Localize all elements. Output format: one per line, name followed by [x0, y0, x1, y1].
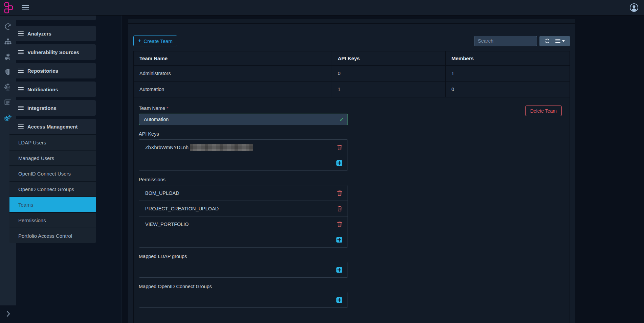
sidebar-item-label: Managed Users: [18, 155, 54, 161]
columns-dropdown-button[interactable]: [555, 38, 565, 44]
list-icon: [18, 31, 24, 36]
mapped-oidc-groups-list: [139, 292, 348, 308]
permission-row: VIEW_PORTFOLIO: [139, 216, 348, 232]
cell-team-name: Automation: [134, 82, 332, 97]
create-team-button[interactable]: + Create Team: [133, 36, 177, 46]
permission-value: PROJECT_CREATION_UPLOAD: [145, 206, 219, 211]
team-name-input[interactable]: [139, 114, 348, 125]
card-top-strip: [128, 19, 575, 24]
app-logo-icon[interactable]: [3, 2, 14, 14]
sidebar-section-notifications[interactable]: Notifications: [9, 82, 96, 97]
cell-members: 0: [445, 82, 570, 97]
sidebar-card-clipped[interactable]: [9, 15, 96, 20]
add-permission-icon[interactable]: [336, 237, 342, 243]
sidebar-item-label: LDAP Users: [18, 140, 46, 145]
team-name-label: Team Name *: [139, 106, 564, 111]
api-key-value: ZbXhrbWmNYDLnh: [145, 145, 188, 150]
list-icon: [18, 69, 24, 73]
user-avatar-icon[interactable]: [629, 3, 639, 12]
permission-row: BOM_UPLOAD: [139, 185, 348, 201]
top-bar: [0, 0, 644, 16]
sidebar-item-openid-connect-groups[interactable]: OpenID Connect Groups: [9, 181, 96, 197]
teams-card: + Create Team: [128, 19, 575, 323]
permission-value: BOM_UPLOAD: [145, 190, 179, 196]
sidebar-section-label: Analyzers: [27, 31, 51, 37]
api-key-row: ZbXhrbWmNYDLnh: [139, 140, 348, 155]
sidebar-section-label: Vulnerability Sources: [27, 49, 79, 55]
sidebar-item-openid-connect-users[interactable]: OpenID Connect Users: [9, 165, 96, 181]
search-input[interactable]: [474, 36, 537, 46]
valid-check-icon: ✓: [339, 116, 344, 123]
list-icon: [18, 50, 24, 54]
sidebar-item-portfolio-access-control[interactable]: Portfolio Access Control: [9, 228, 96, 243]
add-oidc-group-icon[interactable]: [336, 297, 342, 303]
list-icon: [18, 106, 24, 110]
api-keys-list: ZbXhrbWmNYDLnh: [139, 139, 348, 171]
delete-permission-icon[interactable]: [337, 190, 342, 196]
cell-api-keys: 0: [332, 66, 445, 81]
table-row-automation[interactable]: Automation 1 0: [134, 81, 570, 97]
column-header-team-name[interactable]: Team Name: [134, 51, 332, 65]
column-header-members[interactable]: Members: [445, 51, 570, 65]
sidebar-section-repositories[interactable]: Repositories: [9, 63, 96, 78]
sidebar-section-analyzers[interactable]: Analyzers: [9, 26, 96, 41]
table-header-row: Team Name API Keys Members: [134, 51, 570, 65]
delete-permission-icon[interactable]: [337, 221, 342, 227]
caret-down-icon: [562, 40, 565, 42]
teams-table: Team Name API Keys Members Administrator…: [133, 51, 570, 323]
add-ldap-group-icon[interactable]: [336, 267, 342, 273]
sidebar: Analyzers Vulnerability Sources Reposito…: [9, 15, 96, 246]
columns-icon: [555, 39, 560, 43]
cell-members: 1: [445, 66, 570, 81]
delete-permission-icon[interactable]: [337, 206, 342, 211]
sidebar-section-label: Integrations: [27, 105, 57, 111]
table-toolbar: + Create Team: [133, 36, 570, 46]
add-permission-row: [139, 232, 348, 247]
sidebar-item-label: Portfolio Access Control: [18, 233, 72, 239]
main-content: + Create Team: [122, 15, 644, 323]
mapped-oidc-groups-label: Mapped OpenID Connect Groups: [139, 284, 564, 289]
required-asterisk: *: [166, 106, 168, 111]
sidebar-section-label: Notifications: [27, 87, 58, 92]
mapped-ldap-groups-list: [139, 262, 348, 278]
sidebar-item-ldap-users[interactable]: LDAP Users: [9, 134, 96, 150]
refresh-button[interactable]: [544, 37, 551, 45]
add-api-key-icon[interactable]: [336, 160, 342, 166]
create-team-label: Create Team: [143, 38, 173, 44]
sidebar-section-access-management[interactable]: Access Management: [9, 119, 96, 134]
left-column: Analyzers Vulnerability Sources Reposito…: [0, 15, 122, 323]
add-ldap-group-row: [139, 262, 348, 277]
team-detail-panel: Delete Team Team Name * ✓ API Keys ZbXhr…: [134, 97, 570, 323]
sidebar-item-label: OpenID Connect Users: [18, 171, 71, 177]
api-key-redacted-blur: [190, 144, 253, 151]
list-icon: [18, 87, 24, 92]
toolbar-right: [474, 36, 570, 46]
sidebar-item-permissions[interactable]: Permissions: [9, 212, 96, 228]
api-keys-label: API Keys: [139, 131, 564, 137]
plus-icon: +: [138, 38, 141, 44]
table-row-administrators[interactable]: Administrators 0 1: [134, 65, 570, 81]
sidebar-item-teams[interactable]: Teams: [9, 197, 96, 212]
sidebar-section-integrations[interactable]: Integrations: [9, 100, 96, 116]
menu-toggle-icon[interactable]: [20, 3, 31, 13]
table-controls: [539, 36, 570, 46]
sidebar-section-label: Access Management: [27, 124, 77, 130]
sidebar-collapse-chevron-icon[interactable]: [6, 310, 10, 319]
sidebar-item-label: OpenID Connect Groups: [18, 186, 74, 192]
sidebar-item-label: Teams: [18, 202, 33, 208]
delete-team-button[interactable]: Delete Team: [525, 106, 562, 116]
column-header-api-keys[interactable]: API Keys: [332, 51, 445, 65]
list-icon: [18, 124, 24, 129]
sidebar-section-vulnerability-sources[interactable]: Vulnerability Sources: [9, 44, 96, 60]
permission-row: PROJECT_CREATION_UPLOAD: [139, 201, 348, 216]
team-name-input-wrap: ✓: [139, 114, 348, 125]
sidebar-item-managed-users[interactable]: Managed Users: [9, 150, 96, 165]
mapped-ldap-groups-label: Mapped LDAP groups: [139, 254, 564, 259]
refresh-icon: [545, 38, 550, 44]
sidebar-section-label: Repositories: [27, 68, 58, 74]
sidebar-group-access-management: Access Management LDAP Users Managed Use…: [9, 119, 96, 243]
permission-value: VIEW_PORTFOLIO: [145, 222, 189, 227]
add-oidc-group-row: [139, 292, 348, 307]
permissions-list: BOM_UPLOAD PROJECT_CREATION_UPLOAD: [139, 185, 348, 248]
delete-api-key-icon[interactable]: [337, 144, 342, 150]
